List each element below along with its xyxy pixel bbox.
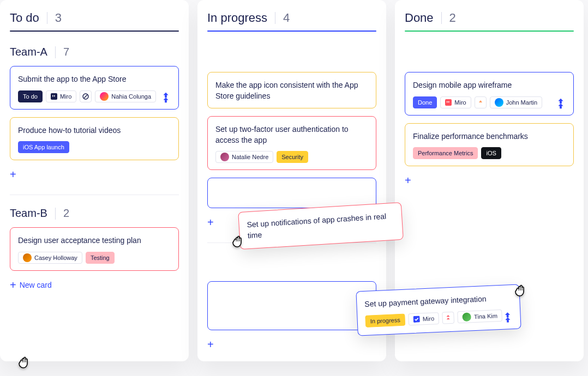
priority-chip[interactable] [442, 311, 455, 324]
chip-row: Casey Holloway Testing [18, 252, 171, 264]
priority-chip[interactable] [475, 96, 487, 108]
column-underline [405, 31, 574, 32]
column-count: 4 [283, 11, 290, 25]
dragging-card-payment-gateway[interactable]: Set up payment gateway integration In pr… [356, 284, 521, 336]
status-chip[interactable]: In progress [365, 313, 405, 327]
grab-cursor-icon [230, 232, 248, 250]
spacer [405, 46, 574, 72]
avatar [100, 92, 109, 101]
avatar [463, 312, 472, 322]
spacer [207, 46, 376, 72]
card-title: Submit the app to the App Store [18, 74, 171, 85]
card-two-factor-auth[interactable]: Set up two-factor user authentication to… [207, 116, 376, 170]
column-title: Done [405, 11, 434, 25]
card-title: Make the app icon consistent with the Ap… [215, 80, 368, 101]
assignee-chip[interactable]: Casey Holloway [18, 252, 82, 264]
chip-row: iOS App launch [18, 141, 171, 153]
add-card-button[interactable]: + [207, 339, 214, 350]
avatar [495, 98, 503, 107]
assignee-chip[interactable]: Nahia Colunga [95, 90, 156, 102]
column-underline [10, 31, 179, 32]
card-user-acceptance-testing[interactable]: Design user acceptance testing plan Case… [10, 227, 179, 271]
blocked-chip[interactable] [80, 90, 92, 102]
assignee-chip[interactable]: Natalie Nedre [215, 151, 273, 163]
assignee-name: Natalie Nedre [232, 154, 268, 160]
new-card-label: New card [20, 281, 52, 289]
tag-chip[interactable]: Testing [86, 252, 115, 264]
swimlane-count: 7 [63, 46, 69, 58]
jira-icon [160, 92, 172, 104]
chip-row: In progress Miro Tina Kim [365, 309, 513, 328]
add-card-button[interactable]: + [10, 169, 16, 180]
assignee-chip[interactable]: Tina Kim [458, 310, 503, 324]
card-title: Finalize performance benchmarks [413, 131, 566, 142]
tag-chip[interactable]: iOS [481, 147, 501, 159]
separator [441, 12, 442, 24]
column-title: To do [10, 11, 39, 25]
tool-chip-miro[interactable]: Miro [46, 90, 76, 102]
card-title: Set up payment gateway integration [364, 293, 512, 310]
chip-row: Done Miro John Martin [413, 96, 566, 108]
card-performance-benchmarks[interactable]: Finalize performance benchmarks Performa… [405, 123, 574, 167]
column-header: In progress 4 [207, 11, 376, 25]
column-underline [207, 31, 376, 32]
add-card-button[interactable]: + [207, 217, 214, 228]
column-title: In progress [207, 11, 267, 25]
assignee-name: John Martin [506, 99, 537, 106]
svg-line-2 [84, 95, 87, 98]
chip-row: Natalie Nedre Security [215, 151, 368, 163]
grab-cursor-icon [513, 281, 530, 299]
miro-icon [445, 99, 452, 106]
status-chip[interactable]: Done [413, 96, 437, 108]
separator [47, 12, 47, 24]
jira-icon [501, 311, 514, 324]
swimlane-title: Team-B [10, 207, 47, 220]
column-todo: To do 3 Team-A 7 Submit the app to the A… [0, 0, 189, 361]
swimlane-count: 2 [63, 207, 69, 220]
drop-placeholder[interactable] [207, 281, 376, 330]
status-chip[interactable]: To do [18, 90, 43, 102]
plus-icon: + [405, 175, 411, 186]
add-card-button[interactable]: + [405, 175, 411, 186]
swimlane-divider [10, 195, 179, 195]
card-title: Design user acceptance testing plan [18, 235, 171, 246]
card-submit-app-store[interactable]: Submit the app to the App Store To do Mi… [10, 66, 179, 110]
swimlane-header-team-a: Team-A 7 [10, 46, 179, 58]
plus-icon: + [10, 280, 16, 290]
assignee-name: Tina Kim [474, 312, 497, 320]
separator [55, 46, 56, 58]
card-title: Set up two-factor user authentication to… [215, 124, 368, 145]
tool-chip-miro[interactable]: Miro [440, 96, 471, 108]
separator [275, 12, 275, 24]
assignee-chip[interactable]: John Martin [490, 96, 542, 108]
card-title: Set up notifications of app crashes in r… [247, 211, 395, 241]
tool-chip-miro[interactable]: Miro [408, 312, 439, 325]
tag-chip[interactable]: Performance Metrics [413, 147, 478, 159]
separator [55, 208, 56, 220]
spacer [207, 255, 376, 281]
jira-icon [555, 98, 567, 110]
plus-icon: + [207, 339, 214, 350]
tool-chip-label: Miro [422, 315, 434, 322]
card-tutorial-videos[interactable]: Produce how-to tutorial videos iOS App l… [10, 117, 179, 161]
blocked-icon [82, 93, 89, 100]
assignee-name: Casey Holloway [34, 254, 77, 261]
avatar [23, 253, 32, 262]
priority-up-icon [477, 99, 484, 106]
card-title: Produce how-to tutorial videos [18, 125, 171, 136]
swimlane-header-team-b: Team-B 2 [10, 207, 179, 220]
miro-icon [51, 93, 57, 100]
drop-placeholder[interactable] [207, 178, 376, 208]
tool-chip-label: Miro [60, 93, 71, 100]
new-card-button[interactable]: + New card [10, 280, 52, 290]
column-count: 2 [449, 11, 456, 25]
miro-checkbox-icon [413, 316, 420, 323]
tag-chip[interactable]: Security [277, 151, 308, 163]
card-app-icon-guidelines[interactable]: Make the app icon consistent with the Ap… [207, 72, 376, 108]
grab-cursor-icon [16, 353, 34, 371]
card-mobile-wireframe[interactable]: Design mobile app wireframe Done Miro Jo… [405, 72, 574, 116]
column-header: To do 3 [10, 11, 179, 25]
tag-chip[interactable]: iOS App launch [18, 141, 69, 153]
assignee-name: Nahia Colunga [111, 93, 151, 100]
card-title: Design mobile app wireframe [413, 80, 566, 91]
